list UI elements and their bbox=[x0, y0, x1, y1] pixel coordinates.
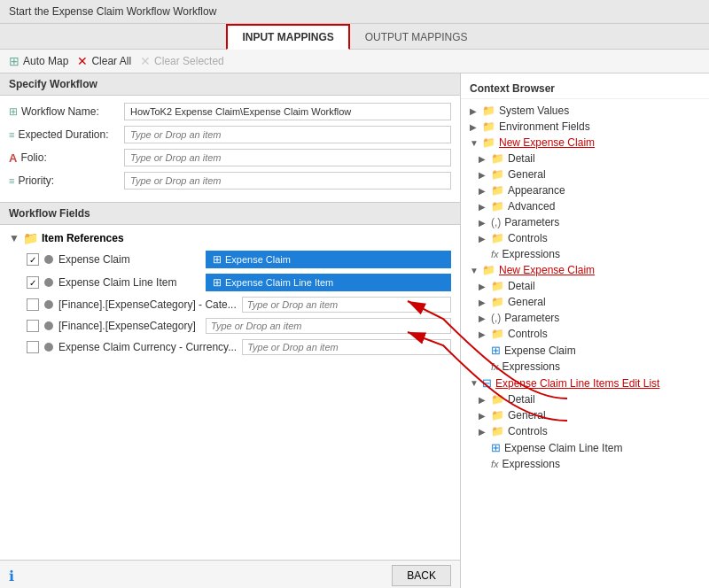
ctx-controls-2[interactable]: ▶ 📁 Controls bbox=[461, 326, 709, 342]
arrow-icon: ▶ bbox=[479, 427, 487, 437]
ctx-appearance[interactable]: ▶ 📁 Appearance bbox=[461, 182, 709, 198]
arrow-icon: ▶ bbox=[479, 329, 487, 339]
finance-category-checkbox[interactable] bbox=[27, 320, 39, 332]
ctx-controls-3[interactable]: ▶ 📁 Controls bbox=[461, 423, 709, 439]
bottom-bar: ℹ BACK bbox=[0, 560, 460, 588]
back-button[interactable]: BACK bbox=[392, 565, 451, 586]
context-browser-panel: Context Browser ▶ 📁 System Values ▶ 📁 En… bbox=[461, 74, 709, 588]
arrow-icon: ▶ bbox=[470, 122, 479, 132]
ctx-new-expense-claim-2[interactable]: ▼ 📁 New Expense Claim bbox=[461, 262, 709, 278]
fx-icon: fx bbox=[491, 249, 499, 259]
arrow-icon: ▼ bbox=[470, 378, 479, 388]
arrow-icon: ▶ bbox=[470, 106, 479, 116]
expense-claim-line-item-row: ✓ Expense Claim Line Item ⊞ Expense Clai… bbox=[0, 271, 460, 294]
ctx-expressions-2[interactable]: ▶ fx Expressions bbox=[461, 359, 709, 375]
folder-icon: 📁 bbox=[491, 200, 504, 213]
finance-category-cate-checkbox[interactable] bbox=[27, 298, 39, 311]
folder-icon: 📁 bbox=[491, 168, 504, 181]
folder-icon: 📁 bbox=[491, 409, 504, 422]
expense-claim-label: Expense Claim bbox=[58, 253, 200, 266]
param-icon: (,) bbox=[491, 312, 501, 324]
folder-icon: 📁 bbox=[491, 296, 504, 308]
tabs-row: INPUT MAPPINGS OUTPUT MAPPINGS bbox=[0, 24, 709, 50]
finance-category-input[interactable] bbox=[206, 318, 451, 334]
expected-duration-icon: ≡ bbox=[9, 129, 14, 140]
finance-category-label: [Finance].[ExpenseCategory] bbox=[58, 320, 200, 332]
clear-all-button[interactable]: ✕ Clear All bbox=[77, 54, 131, 68]
workflow-fields-header: Workflow Fields bbox=[0, 203, 460, 225]
ctx-parameters-2[interactable]: ▶ (,) Parameters bbox=[461, 310, 709, 326]
clearselected-icon: ✕ bbox=[140, 54, 151, 68]
fx-icon: fx bbox=[491, 361, 499, 372]
ctx-new-expense-claim-1[interactable]: ▼ 📁 New Expense Claim bbox=[461, 135, 709, 151]
workflow-name-label: ⊞ Workflow Name: bbox=[9, 105, 124, 118]
expense-claim-line-item-input[interactable]: ⊞ Expense Claim Line Item bbox=[206, 274, 451, 291]
context-browser-title: Context Browser bbox=[461, 79, 709, 99]
folder-icon: 📁 bbox=[491, 232, 504, 244]
clear-selected-label: Clear Selected bbox=[154, 55, 224, 67]
expense-claim-currency-input[interactable] bbox=[242, 339, 451, 355]
folio-icon: A bbox=[9, 151, 17, 165]
auto-map-label: Auto Map bbox=[23, 55, 68, 67]
ctx-system-values[interactable]: ▶ 📁 System Values bbox=[461, 103, 709, 119]
arrow-icon: ▶ bbox=[479, 313, 487, 323]
list-icon: ⊟ bbox=[482, 376, 492, 390]
collapse-icon[interactable]: ▼ bbox=[9, 232, 19, 244]
priority-label: ≡ Priority: bbox=[9, 174, 124, 187]
tab-output-mappings[interactable]: OUTPUT MAPPINGS bbox=[350, 25, 483, 50]
folder-icon: 📁 bbox=[491, 328, 504, 340]
finance-category-dot-icon bbox=[44, 321, 53, 330]
workflow-name-input[interactable] bbox=[124, 103, 451, 120]
ctx-advanced[interactable]: ▶ 📁 Advanced bbox=[461, 198, 709, 214]
arrow-icon: ▶ bbox=[479, 186, 487, 196]
expected-duration-input[interactable] bbox=[124, 126, 451, 143]
folio-label: A Folio: bbox=[9, 151, 124, 165]
expense-claim-currency-dot-icon bbox=[44, 343, 53, 352]
ctx-detail-2[interactable]: ▶ 📁 Detail bbox=[461, 278, 709, 294]
folder-icon: 📁 bbox=[491, 393, 504, 406]
main-layout: Specify Workflow ⊞ Workflow Name: ≡ Expe… bbox=[0, 74, 709, 588]
arrow-icon: ▶ bbox=[479, 170, 487, 180]
ctx-expense-claim-line-item-cube[interactable]: ▶ ⊞ Expense Claim Line Item bbox=[461, 439, 709, 456]
item-references-header: ▼ 📁 Item References bbox=[0, 228, 460, 248]
ctx-parameters-1[interactable]: ▶ (,) Parameters bbox=[461, 214, 709, 230]
workflow-fields-section: Workflow Fields ▼ 📁 Item References ✓ Ex… bbox=[0, 202, 460, 560]
ctx-detail-1[interactable]: ▶ 📁 Detail bbox=[461, 151, 709, 166]
specify-workflow-header: Specify Workflow bbox=[0, 74, 460, 96]
expense-claim-checkbox[interactable]: ✓ bbox=[27, 253, 39, 266]
ctx-general-1[interactable]: ▶ 📁 General bbox=[461, 166, 709, 182]
cube-icon: ⊞ bbox=[491, 344, 501, 357]
priority-input[interactable] bbox=[124, 172, 451, 190]
arrow-icon: ▶ bbox=[479, 282, 487, 291]
cube-icon: ⊞ bbox=[213, 253, 222, 266]
ctx-detail-3[interactable]: ▶ 📁 Detail bbox=[461, 391, 709, 407]
folder-icon: 📁 bbox=[491, 280, 504, 292]
arrow-icon: ▼ bbox=[470, 266, 479, 275]
expense-claim-input[interactable]: ⊞ Expense Claim bbox=[206, 251, 451, 268]
folder-icon: 📁 bbox=[491, 184, 504, 197]
auto-map-button[interactable]: ⊞ Auto Map bbox=[9, 54, 68, 68]
ctx-general-3[interactable]: ▶ 📁 General bbox=[461, 407, 709, 423]
toolbar: ⊞ Auto Map ✕ Clear All ✕ Clear Selected bbox=[0, 50, 709, 74]
item-references-group: ▼ 📁 Item References ✓ Expense Claim ⊞ Ex… bbox=[0, 225, 460, 361]
ctx-expense-claim-cube[interactable]: ▶ ⊞ Expense Claim bbox=[461, 342, 709, 359]
tab-input-mappings[interactable]: INPUT MAPPINGS bbox=[226, 24, 349, 50]
ctx-expense-claim-line-items-list[interactable]: ▼ ⊟ Expense Claim Line Items Edit List bbox=[461, 375, 709, 391]
priority-icon: ≡ bbox=[9, 175, 14, 186]
ctx-expressions-1[interactable]: ▶ fx Expressions bbox=[461, 246, 709, 262]
expense-claim-currency-checkbox[interactable] bbox=[27, 341, 39, 353]
arrow-icon: ▶ bbox=[479, 298, 487, 307]
ctx-environment-fields[interactable]: ▶ 📁 Environment Fields bbox=[461, 119, 709, 135]
cube2-icon: ⊞ bbox=[213, 276, 222, 289]
ctx-general-2[interactable]: ▶ 📁 General bbox=[461, 294, 709, 310]
arrow-icon: ▶ bbox=[479, 154, 487, 164]
clear-selected-button[interactable]: ✕ Clear Selected bbox=[140, 54, 224, 68]
ctx-controls-1[interactable]: ▶ 📁 Controls bbox=[461, 230, 709, 246]
folio-input[interactable] bbox=[124, 149, 451, 166]
folder-link-icon: 📁 bbox=[482, 264, 495, 276]
finance-category-cate-row: [Finance].[ExpenseCategory] - Cate... bbox=[0, 294, 460, 315]
ctx-expressions-3[interactable]: ▶ fx Expressions bbox=[461, 456, 709, 472]
expense-claim-line-item-checkbox[interactable]: ✓ bbox=[27, 276, 39, 289]
expected-duration-label: ≡ Expected Duration: bbox=[9, 128, 124, 141]
finance-category-cate-input[interactable] bbox=[242, 297, 451, 313]
